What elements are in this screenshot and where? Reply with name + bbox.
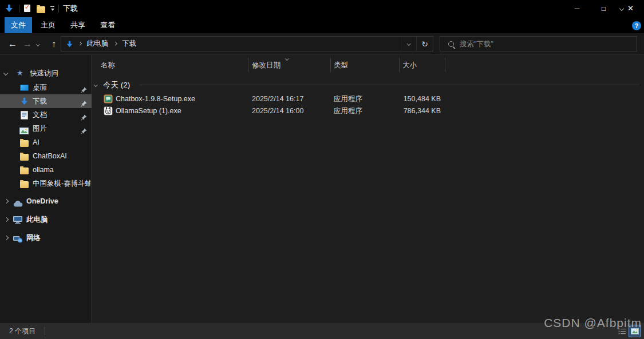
downloads-window-icon [5, 4, 14, 13]
chevron-down-icon [407, 42, 410, 45]
sidebar-item-label: 下载 [33, 94, 47, 108]
file-row-chatbox[interactable]: Chatbox-1.9.8-Setup.exe 2025/2/14 16:17 … [92, 93, 643, 105]
ribbon-tab-bar: 文件 主页 共享 查看 [0, 17, 644, 33]
breadcrumb-downloads[interactable]: 下载 [119, 39, 140, 49]
sidebar-group-label: 快速访问 [30, 66, 58, 80]
refresh-button[interactable]: ↻ [417, 39, 433, 49]
forward-button[interactable]: → [21, 33, 34, 55]
file-name: Chatbox-1.9.8-Setup.exe [116, 93, 195, 105]
search-input[interactable] [459, 39, 625, 49]
customize-quick-access-dropdown-icon[interactable] [50, 6, 55, 11]
column-header-date-modified[interactable]: 修改日期 [252, 57, 280, 73]
tab-file[interactable]: 文件 [5, 17, 32, 33]
sidebar-item-ollama[interactable]: ollama [0, 163, 92, 177]
window-title: 下载 [63, 0, 78, 17]
status-divider [45, 327, 45, 335]
sidebar-item-network[interactable]: 网络 [0, 231, 92, 245]
file-row-ollama[interactable]: OllamaSetup (1).exe 2025/2/14 16:00 应用程序… [92, 105, 643, 117]
file-name: OllamaSetup (1).exe [116, 105, 181, 117]
sidebar-item-label: 文档 [33, 108, 47, 122]
sidebar-item-label: OneDrive [26, 194, 58, 208]
group-header-label: 今天 (2) [103, 79, 130, 91]
sidebar-item-label: ollama [33, 163, 54, 177]
sidebar-item-label: AI [33, 135, 39, 149]
navigation-pane: ★ 快速访问 桌面 下载 文档 图片 AI C [0, 55, 92, 323]
title-bar: ✓ 下载 ─ □ ✕ [0, 0, 644, 17]
details-view-icon [618, 328, 626, 334]
sidebar-item-pictures[interactable]: 图片 [0, 122, 92, 135]
group-header-divider [140, 85, 639, 85]
checkmark-icon: ✓ [25, 3, 30, 11]
chevron-right-icon[interactable] [4, 217, 9, 222]
sidebar-item-documents[interactable]: 文档 [0, 108, 92, 122]
file-type: 应用程序 [334, 105, 362, 117]
quick-access-star-icon: ★ [17, 66, 23, 80]
chevron-right-icon[interactable] [4, 199, 9, 204]
network-icon [13, 234, 23, 248]
new-folder-quick-icon[interactable] [37, 6, 45, 13]
sidebar-item-ai[interactable]: AI [0, 135, 92, 149]
properties-quick-icon[interactable]: ✓ [24, 5, 30, 12]
details-view-button[interactable] [616, 325, 628, 337]
breadcrumb-chevron-icon[interactable] [113, 42, 117, 45]
address-bar[interactable]: 此电脑 下载 ↻ [61, 36, 433, 51]
minimize-button[interactable]: ─ [564, 0, 590, 17]
sidebar-item-desktop[interactable]: 桌面 [0, 81, 92, 94]
search-icon [448, 41, 454, 47]
file-size: 786,344 KB [366, 105, 441, 117]
column-divider[interactable] [248, 58, 248, 72]
maximize-button[interactable]: □ [590, 0, 617, 17]
sidebar-item-label: 图片 [33, 122, 47, 135]
tab-home[interactable]: 主页 [34, 17, 62, 33]
this-pc-icon [13, 215, 23, 229]
sidebar-item-chatboxai[interactable]: ChatBoxAI [0, 149, 92, 163]
column-header-size[interactable]: 大小 [402, 57, 417, 73]
sidebar-item-label: 此电脑 [26, 213, 48, 226]
column-header-type[interactable]: 类型 [334, 57, 348, 73]
file-type: 应用程序 [334, 93, 362, 105]
titlebar-divider [19, 5, 19, 13]
search-box[interactable] [440, 36, 637, 51]
chevron-down-icon[interactable] [3, 71, 8, 75]
folder-icon [20, 154, 29, 161]
up-button[interactable]: ↑ [47, 33, 61, 55]
status-bar: 2 个项目 [0, 323, 644, 339]
help-button[interactable]: ? [632, 21, 641, 30]
recent-locations-chevron-icon[interactable] [36, 42, 39, 46]
sidebar-item-this-pc[interactable]: 此电脑 [0, 213, 92, 226]
desktop-icon [20, 85, 29, 91]
column-divider[interactable] [445, 58, 445, 72]
chatbox-app-icon [104, 94, 113, 103]
tab-view[interactable]: 查看 [94, 17, 121, 33]
folder-icon [20, 181, 29, 188]
large-icons-view-icon [631, 328, 639, 334]
items-count-label: 2 个项目 [9, 323, 35, 339]
ollama-app-icon [104, 106, 113, 115]
sidebar-item-label: 网络 [26, 231, 41, 245]
sidebar-item-label: 中国象棋-赛博斗蛐蛐 [33, 177, 90, 190]
chevron-right-icon[interactable] [4, 236, 9, 240]
address-dropdown-button[interactable] [401, 37, 417, 51]
column-divider[interactable] [399, 58, 400, 72]
sidebar-group-quick-access[interactable]: ★ 快速访问 [0, 66, 92, 80]
large-icons-view-button[interactable] [629, 325, 641, 337]
file-size: 150,484 KB [366, 93, 441, 105]
column-header-name[interactable]: 名称 [101, 57, 115, 73]
folder-icon [20, 167, 29, 174]
breadcrumb-this-pc[interactable]: 此电脑 [84, 39, 112, 49]
breadcrumb-chevron-icon[interactable] [78, 42, 81, 45]
file-date-modified: 2025/2/14 16:17 [252, 93, 303, 105]
sidebar-item-onedrive[interactable]: OneDrive [0, 194, 92, 208]
navigation-bar: ← → ↑ 此电脑 下载 ↻ [0, 33, 644, 55]
sidebar-item-chinese-chess[interactable]: 中国象棋-赛博斗蛐蛐 [0, 177, 92, 190]
sidebar-item-label: ChatBoxAI [33, 149, 67, 163]
sidebar-item-label: 桌面 [33, 81, 47, 94]
sidebar-item-downloads[interactable]: 下载 [0, 94, 92, 108]
explorer-window: ✓ 下载 ─ □ ✕ 文件 主页 共享 查看 ? ← → ↑ 此电脑 下载 [0, 0, 644, 339]
column-divider[interactable] [330, 58, 331, 72]
titlebar-divider [58, 5, 59, 13]
tab-share[interactable]: 共享 [64, 17, 92, 33]
onedrive-icon [13, 198, 23, 212]
back-button[interactable]: ← [6, 33, 19, 55]
downloads-address-icon [66, 40, 73, 47]
